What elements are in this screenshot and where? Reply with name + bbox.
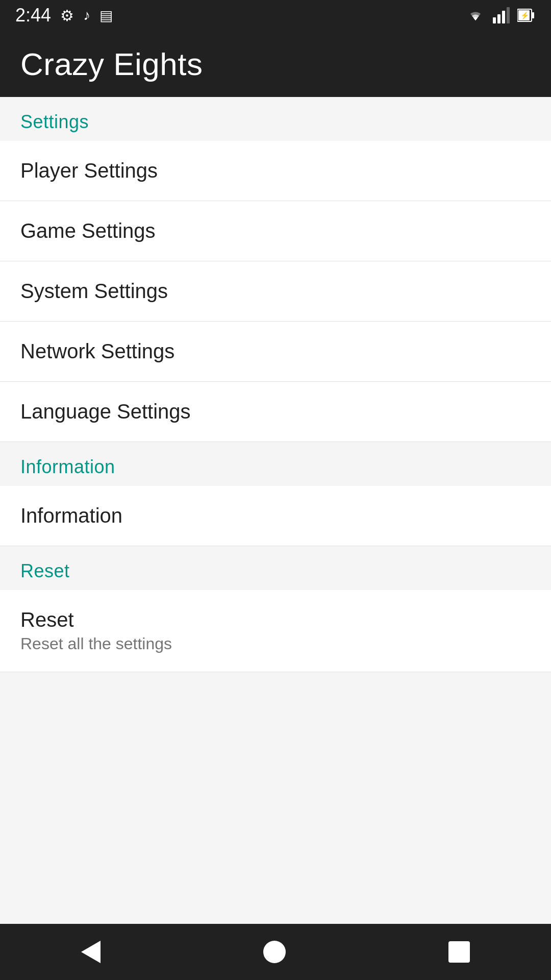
svg-rect-0	[493, 17, 496, 23]
information-label: Information	[20, 504, 531, 527]
information-section-header: Information	[0, 442, 551, 486]
player-settings-label: Player Settings	[20, 159, 531, 182]
status-bar-left: 2:44	[15, 5, 113, 26]
status-time: 2:44	[15, 5, 51, 26]
network-settings-label: Network Settings	[20, 340, 531, 363]
language-settings-label: Language Settings	[20, 400, 531, 423]
reset-section: Reset Reset Reset all the settings	[0, 546, 551, 672]
reset-label: Reset	[20, 608, 531, 631]
settings-section: Settings Player Settings Game Settings S…	[0, 97, 551, 442]
player-settings-item[interactable]: Player Settings	[0, 141, 551, 201]
svg-rect-2	[502, 11, 505, 23]
information-item[interactable]: Information	[0, 486, 551, 546]
sim-icon	[99, 7, 113, 24]
reset-item[interactable]: Reset Reset all the settings	[0, 590, 551, 672]
back-icon	[81, 941, 101, 963]
battery-icon: ⚡	[517, 7, 536, 23]
system-settings-item[interactable]: System Settings	[0, 261, 551, 322]
svg-rect-3	[507, 7, 510, 23]
home-button[interactable]	[243, 936, 306, 968]
main-content: Settings Player Settings Game Settings S…	[0, 97, 551, 924]
system-settings-label: System Settings	[20, 280, 531, 303]
svg-text:⚡: ⚡	[520, 11, 530, 20]
status-bar: 2:44 ⚡	[0, 0, 551, 31]
gear-icon	[60, 7, 74, 24]
game-settings-item[interactable]: Game Settings	[0, 201, 551, 261]
page-title: Crazy Eights	[20, 46, 203, 82]
reset-subtitle: Reset all the settings	[20, 634, 531, 653]
home-icon	[263, 941, 286, 963]
network-settings-item[interactable]: Network Settings	[0, 322, 551, 382]
bottom-nav	[0, 924, 551, 980]
back-button[interactable]	[61, 936, 121, 968]
svg-rect-6	[532, 12, 534, 18]
note-icon	[83, 7, 90, 23]
svg-rect-1	[497, 14, 500, 23]
signal-icon	[493, 7, 510, 23]
information-section: Information Information	[0, 442, 551, 546]
recent-button[interactable]	[428, 936, 490, 968]
reset-section-header: Reset	[0, 546, 551, 590]
game-settings-label: Game Settings	[20, 219, 531, 242]
recent-icon	[448, 941, 470, 963]
wifi-icon	[465, 7, 486, 23]
status-bar-right: ⚡	[465, 7, 536, 23]
app-bar: Crazy Eights	[0, 31, 551, 97]
settings-section-header: Settings	[0, 97, 551, 141]
language-settings-item[interactable]: Language Settings	[0, 382, 551, 442]
